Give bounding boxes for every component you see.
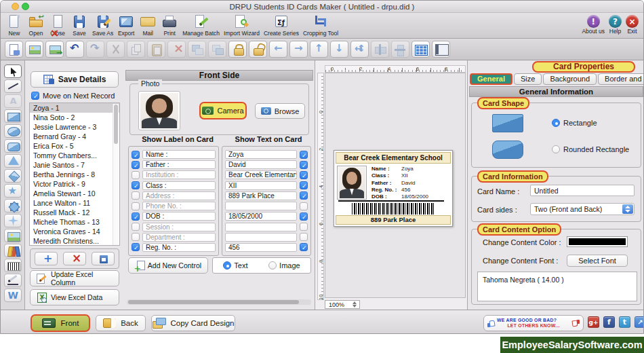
star-tool[interactable] <box>4 184 22 198</box>
send-backward-button[interactable] <box>208 41 226 58</box>
notes-button[interactable] <box>5 41 23 58</box>
record-item[interactable]: Russell Mack - 12 <box>30 208 119 217</box>
move-all-button[interactable] <box>350 41 369 58</box>
records-scrollbar-thumb[interactable] <box>114 105 118 144</box>
records-scrollbar[interactable] <box>113 104 119 246</box>
add-new-control-button[interactable]: Add New Control <box>128 257 208 274</box>
properties-tab[interactable]: Background <box>543 73 597 85</box>
image-radio-option[interactable]: Image <box>268 261 300 270</box>
cut-button[interactable] <box>106 41 125 58</box>
facebook-icon[interactable] <box>603 316 615 328</box>
diamond-tool[interactable] <box>4 169 22 183</box>
field-value-input[interactable] <box>225 233 297 242</box>
card-name-input[interactable] <box>530 185 635 196</box>
front-side-button[interactable]: Front <box>31 314 90 332</box>
label-checkbox[interactable] <box>132 212 140 221</box>
record-item[interactable]: Zoya - 1 <box>30 103 119 113</box>
copy-button[interactable] <box>127 41 145 58</box>
line-tool[interactable] <box>4 79 22 93</box>
update-excel-column-button[interactable]: Update Excel Column <box>30 270 119 286</box>
record-item[interactable]: Lance Walton - 11 <box>30 198 119 208</box>
twitter-icon[interactable] <box>619 316 630 328</box>
label-checkbox[interactable] <box>132 161 140 169</box>
field-label-box[interactable]: Reg. No. : <box>142 243 216 252</box>
record-item[interactable]: Erica Fox - 5 <box>30 141 119 151</box>
text-radio-option[interactable]: Text <box>223 261 247 270</box>
cropping-tool-button[interactable]: Cropping Tool <box>301 14 340 37</box>
text-checkbox[interactable] <box>300 212 308 221</box>
feedback-button[interactable]: WE ARE GOOD OR BAD? LET OTHERS KNOW... <box>483 315 584 331</box>
text-checkbox[interactable] <box>300 243 308 251</box>
text-checkbox[interactable] <box>300 171 308 179</box>
field-value-input[interactable] <box>225 170 297 179</box>
share-icon[interactable] <box>635 316 644 328</box>
record-item[interactable]: Meredith Christens... <box>30 236 119 246</box>
image-export-button[interactable] <box>45 41 64 58</box>
rounded-rectangle-option[interactable]: Rounded Rectangle <box>552 145 629 153</box>
text-checkbox[interactable] <box>300 161 308 169</box>
bring-forward-button[interactable] <box>188 41 206 58</box>
about-us-button[interactable]: ! About us <box>580 15 607 35</box>
paste-button[interactable] <box>147 41 165 58</box>
close-button[interactable]: Close <box>47 14 68 37</box>
rounded-rectangle-radio[interactable] <box>552 145 560 153</box>
horizontal-scrollbar-thumb[interactable] <box>128 300 299 304</box>
camera-button[interactable]: Camera <box>199 102 247 119</box>
create-series-button[interactable]: Create Series <box>262 14 301 37</box>
label-checkbox[interactable] <box>132 181 140 189</box>
export-button[interactable]: Export <box>115 14 137 37</box>
move-down-button[interactable] <box>330 41 348 58</box>
rectangle-shape-swatch[interactable] <box>492 114 523 132</box>
rectangle-option[interactable]: Rectangle <box>552 119 597 127</box>
mail-button[interactable]: Mail <box>137 14 159 37</box>
record-item[interactable]: Victor Patrick - 9 <box>30 179 119 189</box>
field-value-input[interactable] <box>225 243 297 252</box>
save-as-button[interactable]: Save As <box>90 14 115 37</box>
save-button[interactable]: Save <box>68 14 90 37</box>
move-left-button[interactable] <box>269 41 287 58</box>
properties-tab[interactable]: General <box>470 73 512 85</box>
record-item[interactable]: Nina Soto - 2 <box>30 113 119 122</box>
undo-button[interactable] <box>66 41 84 58</box>
align-vertical-button[interactable] <box>391 41 409 58</box>
content-color-swatch[interactable] <box>567 236 628 247</box>
record-item[interactable]: Bernard Gray - 4 <box>30 132 119 141</box>
import-wizard-button[interactable]: Import Wizard <box>222 14 262 37</box>
card-sides-select[interactable]: Two (Front and Back) <box>530 203 635 215</box>
field-value-input[interactable] <box>225 212 297 221</box>
save-details-button[interactable]: Save Details <box>31 71 119 88</box>
save-record-button[interactable] <box>92 252 115 265</box>
lock-button[interactable] <box>228 41 247 58</box>
field-value-input[interactable] <box>225 223 297 231</box>
rectangle-radio[interactable] <box>552 119 560 127</box>
website-link[interactable]: EmployeeSalarySoftware.com <box>500 337 644 353</box>
field-label-box[interactable]: Class : <box>142 181 216 190</box>
text-checkbox[interactable] <box>300 191 308 200</box>
browse-button[interactable]: Browse <box>255 103 305 119</box>
text-checkbox[interactable] <box>300 181 308 189</box>
record-item[interactable]: Michele Thomas - 13 <box>30 217 119 227</box>
back-side-button[interactable]: Back <box>96 315 146 331</box>
align-horizontal-button[interactable] <box>371 41 389 58</box>
field-label-box[interactable]: Father : <box>142 160 216 169</box>
label-checkbox[interactable] <box>132 151 140 159</box>
text-radio[interactable] <box>223 261 231 270</box>
label-checkbox[interactable] <box>132 233 140 241</box>
manage-batch-button[interactable]: Manage Batch <box>180 14 222 37</box>
image-tool[interactable] <box>4 229 22 242</box>
field-value-input[interactable] <box>225 191 297 200</box>
field-label-box[interactable]: Address : <box>142 191 216 200</box>
delete-button[interactable] <box>167 41 186 58</box>
design-canvas[interactable]: Bear Creek Elementary School Name : Zoya <box>325 73 466 298</box>
field-label-box[interactable]: Department : <box>142 233 216 242</box>
exit-button[interactable]: × Exit <box>624 15 641 35</box>
rounded-rectangle-tool[interactable] <box>4 139 22 153</box>
label-checkbox[interactable] <box>132 223 140 231</box>
zoom-button[interactable] <box>22 3 29 10</box>
record-item[interactable]: Jessie Lawrence - 3 <box>30 122 119 132</box>
student-photo-thumbnail[interactable] <box>138 91 180 130</box>
label-checkbox[interactable] <box>132 202 140 210</box>
field-label-box[interactable]: Phone No. : <box>142 202 216 210</box>
open-button[interactable]: Open <box>25 14 47 37</box>
move-right-button[interactable] <box>289 41 308 58</box>
